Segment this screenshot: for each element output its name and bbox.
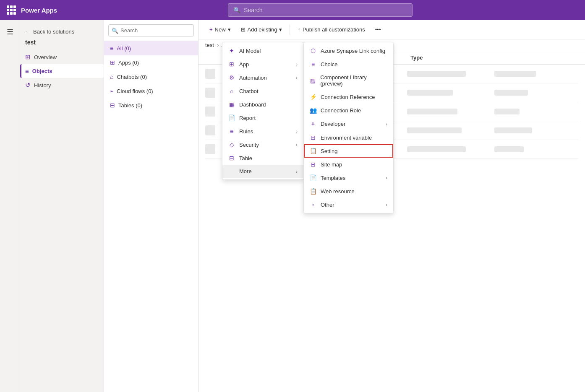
history-icon: ↺ <box>25 81 31 89</box>
connection-reference-icon: ⚡ <box>310 93 316 100</box>
skeleton-type <box>407 90 453 96</box>
automation-icon: ⚙ <box>228 74 235 81</box>
new-button[interactable]: + New ▾ <box>205 24 235 35</box>
dropdown-item-connection-reference[interactable]: ⚡ Connection Reference <box>304 90 393 104</box>
add-existing-button[interactable]: ⊞ Add existing ▾ <box>237 24 287 35</box>
topbar: Power Apps 🔍 <box>0 0 585 20</box>
dropdown-item-site-map[interactable]: ⊟ Site map <box>304 158 393 171</box>
app-chevron-icon: › <box>296 62 298 67</box>
col-checkbox <box>205 55 222 61</box>
skeleton-extra <box>494 71 536 77</box>
back-to-solutions-link[interactable]: ← Back to solutions <box>25 27 99 36</box>
dropdown-item-other[interactable]: ◦ Other › <box>304 198 393 211</box>
publish-button[interactable]: ↑ Publish all customizations <box>293 24 369 35</box>
dropdown-item-developer[interactable]: ⌗ Developer › <box>304 117 393 131</box>
nav-item-history[interactable]: ↺ History <box>20 78 104 92</box>
dropdown-item-automation[interactable]: ⚙ Automation › <box>222 71 303 84</box>
rules-icon: ≡ <box>228 128 235 135</box>
nav-item-objects[interactable]: ≡ Objects <box>20 64 104 78</box>
web-resource-icon: 📋 <box>310 188 316 195</box>
rules-chevron-icon: › <box>296 129 298 134</box>
dropdown-item-more[interactable]: More › <box>222 165 303 178</box>
skeleton-extra <box>494 146 524 152</box>
dropdown-item-templates[interactable]: 📄 Templates › <box>304 171 393 184</box>
nav-item-overview[interactable]: ⊞ Overview <box>20 50 104 64</box>
environment-variable-icon: ⊟ <box>310 134 316 141</box>
dropdown-item-choice[interactable]: ≡ Choice <box>304 57 393 71</box>
primary-dropdown: ✦ AI Model ⊞ App › ⚙ Automation › <box>222 42 304 180</box>
automation-chevron-icon: › <box>296 75 298 80</box>
dropdown-item-table[interactable]: ⊟ Table <box>222 151 303 165</box>
azure-synapse-icon: ⬡ <box>310 47 316 54</box>
skeleton-type <box>407 127 462 133</box>
dropdown-item-dashboard[interactable]: ▦ Dashboard <box>222 98 303 111</box>
app-grid-button[interactable] <box>7 5 16 15</box>
security-chevron-icon: › <box>296 142 298 147</box>
dropdown-item-web-resource[interactable]: 📋 Web resource <box>304 184 393 198</box>
overview-icon: ⊞ <box>25 53 31 61</box>
templates-icon: 📄 <box>310 174 316 181</box>
add-existing-icon: ⊞ <box>241 26 245 33</box>
second-sidebar: ← Back to solutions test ⊞ Overview ≡ Ob… <box>20 20 104 392</box>
dropdown-item-chatbot[interactable]: ⌂ Chatbot <box>222 84 303 98</box>
dropdown-item-security[interactable]: ◇ Security › <box>222 138 303 151</box>
skeleton-checkbox <box>205 106 215 117</box>
add-existing-chevron-icon: ▾ <box>279 26 282 33</box>
object-search-input[interactable] <box>108 24 194 36</box>
object-list-item-all[interactable]: ≡ All (0) <box>104 41 198 55</box>
component-library-icon: ▨ <box>310 77 316 84</box>
skeleton-extra <box>494 127 532 133</box>
skeleton-extra <box>494 109 520 114</box>
skeleton-checkbox <box>205 144 215 154</box>
ai-model-icon: ✦ <box>228 47 235 54</box>
topbar-search-box[interactable]: 🔍 <box>228 3 413 17</box>
developer-chevron-icon: › <box>386 122 387 127</box>
setting-icon: 📋 <box>310 148 316 154</box>
dashboard-icon: ▦ <box>228 101 235 108</box>
object-search-icon: 🔍 <box>112 27 118 34</box>
col-type-header: Type <box>410 55 494 61</box>
search-icon: 🔍 <box>233 7 240 13</box>
topbar-search-input[interactable] <box>244 7 407 13</box>
main-content: + New ▾ ⊞ Add existing ▾ ↑ Publish all c… <box>198 20 585 392</box>
more-chevron-icon: › <box>296 169 298 174</box>
object-list-item-apps[interactable]: ⊞ Apps (0) <box>104 55 198 70</box>
skeleton-extra <box>494 90 528 96</box>
dropdown-item-report[interactable]: 📄 Report <box>222 111 303 125</box>
publish-icon: ↑ <box>298 26 300 33</box>
apps-icon: ⊞ <box>110 59 115 66</box>
chatbot-icon: ⌂ <box>228 88 235 94</box>
hamburger-menu-button[interactable]: ☰ <box>2 23 18 40</box>
object-list-item-cloud-flows[interactable]: ⌁ Cloud flows (0) <box>104 84 198 98</box>
more-options-button[interactable]: ••• <box>371 24 385 35</box>
dropdown-item-connection-role[interactable]: 👥 Connection Role <box>304 104 393 117</box>
skeleton-checkbox <box>205 88 215 98</box>
dropdown-item-environment-variable[interactable]: ⊟ Environment variable <box>304 131 393 144</box>
grid-icon <box>7 5 16 15</box>
object-panel: 🔍 ≡ All (0) ⊞ Apps (0) ⌂ Chatbots (0) ⌁ … <box>104 20 198 392</box>
dropdown-item-rules[interactable]: ≡ Rules › <box>222 125 303 138</box>
app-icon: ⊞ <box>228 61 235 67</box>
col-extra-header <box>494 55 578 61</box>
object-list-item-tables[interactable]: ⊟ Tables (0) <box>104 98 198 112</box>
dropdown-item-component-library[interactable]: ▨ Component Library (preview) <box>304 71 393 90</box>
table-icon: ⊟ <box>228 155 235 161</box>
tables-icon: ⊟ <box>110 102 115 109</box>
objects-icon: ≡ <box>25 67 29 75</box>
plus-icon: + <box>209 26 213 33</box>
chatbots-icon: ⌂ <box>110 73 113 80</box>
other-icon: ◦ <box>310 201 316 208</box>
toolbar-divider <box>290 25 290 35</box>
dropdown-item-ai-model[interactable]: ✦ AI Model <box>222 44 303 57</box>
dropdown-item-azure-synapse[interactable]: ⬡ Azure Synapse Link config <box>304 44 393 57</box>
other-chevron-icon: › <box>386 202 387 207</box>
dropdown-item-setting[interactable]: 📋 Setting <box>304 144 393 158</box>
main-layout: ☰ ← Back to solutions test ⊞ Overview ≡ … <box>0 20 585 392</box>
object-list-item-chatbots[interactable]: ⌂ Chatbots (0) <box>104 70 198 84</box>
app-title: Power Apps <box>21 7 57 14</box>
skeleton-checkbox <box>205 125 215 135</box>
project-name: test <box>25 36 99 48</box>
dropdown-item-app[interactable]: ⊞ App › <box>222 57 303 71</box>
cloud-flows-icon: ⌁ <box>110 88 113 94</box>
topbar-search-area: 🔍 <box>62 3 578 17</box>
